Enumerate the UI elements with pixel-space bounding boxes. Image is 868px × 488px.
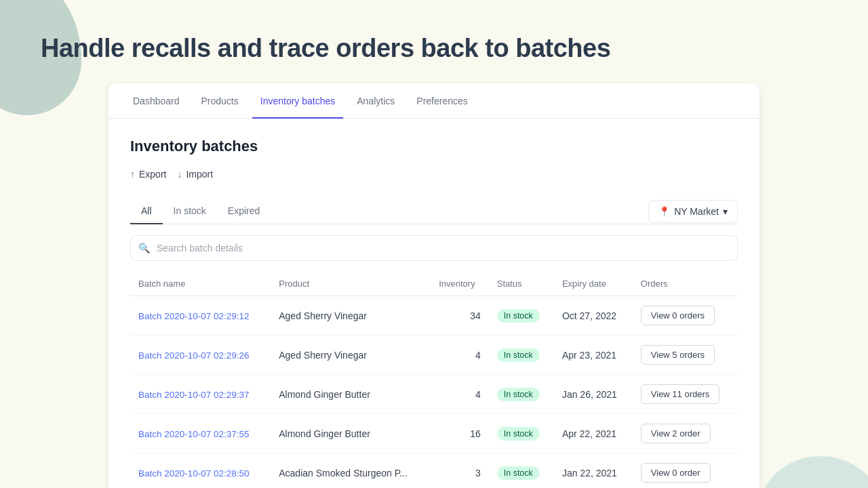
batch-link-3[interactable]: Batch 2020-10-07 02:37:55	[138, 429, 250, 439]
cell-orders-1: View 5 orders	[633, 336, 738, 375]
search-container: 🔍	[130, 235, 738, 261]
table-row: Batch 2020-10-07 02:37:55 Almond Ginger …	[130, 414, 738, 453]
market-label: NY Market	[674, 206, 719, 217]
import-button[interactable]: ↓ Import	[177, 166, 213, 182]
tab-dashboard[interactable]: Dashboard	[125, 83, 188, 119]
action-bar: ↑ Export ↓ Import	[130, 166, 738, 182]
col-header-product: Product	[271, 272, 431, 296]
view-orders-button-2[interactable]: View 11 orders	[641, 384, 719, 404]
cell-batch-name-0: Batch 2020-10-07 02:29:12	[130, 296, 271, 336]
cell-expiry-4: Jan 22, 2021	[554, 453, 633, 489]
batch-link-4[interactable]: Batch 2020-10-07 02:28:50	[138, 468, 250, 479]
cell-inventory-4: 3	[431, 453, 489, 489]
nav-tabs: Dashboard Products Inventory batches Ana…	[108, 83, 760, 119]
section-title: Inventory batches	[130, 138, 738, 155]
col-header-inventory: Inventory	[431, 272, 489, 296]
status-badge-0: In stock	[497, 309, 540, 323]
tab-products[interactable]: Products	[193, 83, 247, 119]
table-row: Batch 2020-10-07 02:29:12 Aged Sherry Vi…	[130, 296, 738, 336]
export-button[interactable]: ↑ Export	[130, 166, 166, 182]
content-area: Inventory batches ↑ Export ↓ Import All …	[108, 119, 760, 488]
view-orders-button-4[interactable]: View 0 order	[641, 463, 711, 483]
batch-link-0[interactable]: Batch 2020-10-07 02:29:12	[138, 311, 250, 321]
cell-product-1: Aged Sherry Vinegar	[271, 336, 431, 375]
cell-expiry-1: Apr 23, 2021	[554, 336, 633, 375]
filter-tab-all[interactable]: All	[130, 199, 163, 224]
cell-status-2: In stock	[489, 375, 554, 414]
table-row: Batch 2020-10-07 02:29:26 Aged Sherry Vi…	[130, 336, 738, 375]
export-icon: ↑	[130, 169, 135, 180]
status-badge-4: In stock	[497, 466, 540, 480]
batch-link-2[interactable]: Batch 2020-10-07 02:29:37	[138, 390, 250, 400]
cell-product-0: Aged Sherry Vinegar	[271, 296, 431, 336]
page-header: Handle recalls and trace orders back to …	[0, 0, 868, 83]
filter-bar: All In stock Expired 📍 NY Market ▾	[130, 199, 738, 224]
import-icon: ↓	[177, 169, 182, 180]
cell-status-0: In stock	[489, 296, 554, 336]
cell-product-4: Acadian Smoked Sturgeon P...	[271, 453, 431, 489]
cell-orders-0: View 0 orders	[633, 296, 738, 336]
cell-expiry-3: Apr 22, 2021	[554, 414, 633, 453]
location-icon: 📍	[658, 206, 670, 217]
cell-orders-4: View 0 order	[633, 453, 738, 489]
table-header-row: Batch name Product Inventory Status Expi…	[130, 272, 738, 296]
market-selector-button[interactable]: 📍 NY Market ▾	[648, 200, 738, 223]
col-header-batch-name: Batch name	[130, 272, 271, 296]
tab-analytics[interactable]: Analytics	[349, 83, 403, 119]
import-label: Import	[186, 169, 213, 180]
cell-batch-name-2: Batch 2020-10-07 02:29:37	[130, 375, 271, 414]
filter-tab-in-stock[interactable]: In stock	[163, 199, 217, 224]
search-icon: 🔍	[138, 243, 150, 253]
chevron-down-icon: ▾	[723, 206, 728, 217]
cell-orders-3: View 2 order	[633, 414, 738, 453]
cell-product-3: Almond Ginger Butter	[271, 414, 431, 453]
batch-link-1[interactable]: Batch 2020-10-07 02:29:26	[138, 350, 250, 361]
col-header-status: Status	[489, 272, 554, 296]
cell-batch-name-3: Batch 2020-10-07 02:37:55	[130, 414, 271, 453]
cell-expiry-2: Jan 26, 2021	[554, 375, 633, 414]
col-header-orders: Orders	[633, 272, 738, 296]
view-orders-button-3[interactable]: View 2 order	[641, 424, 711, 443]
tab-inventory-batches[interactable]: Inventory batches	[252, 83, 344, 119]
cell-orders-2: View 11 orders	[633, 375, 738, 414]
export-label: Export	[139, 169, 166, 180]
main-card: Dashboard Products Inventory batches Ana…	[108, 83, 760, 488]
view-orders-button-0[interactable]: View 0 orders	[641, 306, 715, 325]
status-badge-3: In stock	[497, 427, 540, 441]
filter-tab-expired[interactable]: Expired	[217, 199, 271, 224]
table-row: Batch 2020-10-07 02:29:37 Almond Ginger …	[130, 375, 738, 414]
view-orders-button-1[interactable]: View 5 orders	[641, 345, 715, 365]
cell-batch-name-1: Batch 2020-10-07 02:29:26	[130, 336, 271, 375]
col-header-expiry: Expiry date	[554, 272, 633, 296]
cell-inventory-0: 34	[431, 296, 489, 336]
cell-inventory-1: 4	[431, 336, 489, 375]
cell-inventory-3: 16	[431, 414, 489, 453]
cell-status-4: In stock	[489, 453, 554, 489]
table-row: Batch 2020-10-07 02:28:50 Acadian Smoked…	[130, 453, 738, 489]
filter-tabs: All In stock Expired	[130, 199, 271, 224]
bg-decoration-2	[760, 456, 868, 488]
page-title: Handle recalls and trace orders back to …	[41, 34, 827, 63]
status-badge-1: In stock	[497, 348, 540, 362]
cell-inventory-2: 4	[431, 375, 489, 414]
cell-batch-name-4: Batch 2020-10-07 02:28:50	[130, 453, 271, 489]
cell-status-3: In stock	[489, 414, 554, 453]
table-header: Batch name Product Inventory Status Expi…	[130, 272, 738, 296]
cell-status-1: In stock	[489, 336, 554, 375]
batch-table: Batch name Product Inventory Status Expi…	[130, 272, 738, 488]
search-input[interactable]	[130, 235, 738, 261]
cell-expiry-0: Oct 27, 2022	[554, 296, 633, 336]
cell-product-2: Almond Ginger Butter	[271, 375, 431, 414]
status-badge-2: In stock	[497, 388, 540, 401]
table-body: Batch 2020-10-07 02:29:12 Aged Sherry Vi…	[130, 296, 738, 489]
tab-preferences[interactable]: Preferences	[408, 83, 475, 119]
